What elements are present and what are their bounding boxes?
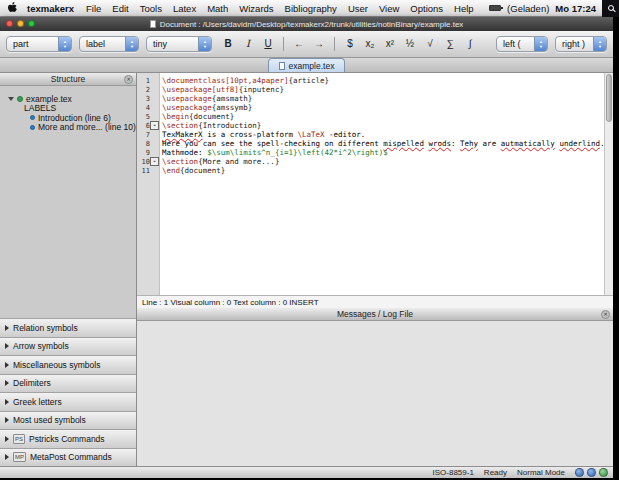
scrollbar-thumb[interactable] (606, 74, 612, 122)
triangle-icon (5, 343, 9, 349)
menu-file[interactable]: File (86, 3, 101, 14)
log-close-icon[interactable] (601, 310, 610, 319)
code-line[interactable]: 7TexMakerX is a cross-platform \LaTeX -e… (137, 130, 613, 139)
editor-scrollbar[interactable] (604, 73, 613, 295)
close-window-button[interactable] (6, 20, 13, 27)
line-number: 10 (137, 158, 150, 166)
fold-marker-icon[interactable] (150, 121, 159, 130)
messages-status-icon[interactable] (587, 468, 596, 477)
label-select[interactable]: label (79, 36, 139, 52)
code-line[interactable]: 4\usepackage{amssymb} (137, 103, 613, 112)
toolbar-delimiter-selects: left (right ) (496, 36, 607, 52)
inline-math-icon[interactable]: $ (341, 35, 359, 53)
structure-close-icon[interactable] (124, 75, 133, 84)
code-line[interactable]: 6\section{Introduction} (137, 121, 613, 130)
code-line[interactable]: 5\begin{document} (137, 112, 613, 121)
code-segment: TexMakerX (162, 130, 203, 139)
menu-user[interactable]: User (348, 3, 368, 14)
section-arrow-symbols[interactable]: Arrow symbols (0, 337, 136, 356)
code-line[interactable]: 1\documentclass[10pt,a4paper]{article} (137, 76, 613, 85)
log-panel-title: Messages / Log File (337, 309, 413, 319)
code-segment: \section (162, 121, 198, 130)
right-delimiter-select[interactable]: right ) (555, 36, 607, 52)
font-size-select[interactable]: tiny (146, 36, 212, 52)
menu-latex[interactable]: Latex (173, 3, 196, 14)
code-line[interactable]: 11\end{document} (137, 166, 613, 175)
superscript-icon[interactable]: x² (381, 35, 399, 53)
section-badge-icon: MP (13, 452, 26, 462)
section-relation-symbols[interactable]: Relation symbols (0, 318, 136, 337)
left-arrow-icon[interactable]: ← (290, 35, 308, 53)
app-menu[interactable]: texmakerx (27, 3, 74, 14)
code-segment: {Introduction} (198, 121, 261, 130)
line-number: 5 (137, 113, 150, 121)
section-miscellaneous-symbols[interactable]: Miscellaneous symbols (0, 355, 136, 374)
code-segment: [10pt,a4paper] (225, 76, 288, 85)
code-line[interactable]: 9Mathmode: $\sum\limits^n_{i=1}\left(42*… (137, 148, 613, 157)
structure-item-example-tex[interactable]: example.tex (6, 94, 136, 104)
code-segment: Here you can see the spell-checking on d… (162, 139, 383, 148)
menu-edit[interactable]: Edit (112, 3, 128, 14)
fold-marker-icon[interactable] (150, 157, 159, 166)
line-number: 4 (137, 104, 150, 112)
integral-icon[interactable]: ∫ (461, 35, 479, 53)
left-delimiter-select[interactable]: left ( (496, 36, 548, 52)
menu-tools[interactable]: Tools (140, 3, 162, 14)
sum-icon[interactable]: ∑ (441, 35, 459, 53)
structure-item-labels[interactable]: LABELS (6, 104, 136, 114)
disclosure-triangle-icon[interactable] (8, 97, 14, 101)
code-segment: $\sum\limits^n_{i=1}\left(42*i^2\right)$ (207, 148, 388, 157)
italic-icon[interactable]: I (239, 35, 257, 53)
spotlight-icon[interactable] (602, 0, 619, 17)
select-arrows-icon (593, 37, 606, 51)
label-select-value: label (80, 37, 125, 51)
screen: texmakerx FileEditToolsLatexMathWizardsB… (0, 0, 619, 480)
ok-status-icon[interactable] (599, 468, 608, 477)
info-status-icon[interactable] (575, 468, 584, 477)
menu-math[interactable]: Math (207, 3, 228, 14)
section-greek-letters[interactable]: Greek letters (0, 392, 136, 411)
code-segment: -editor. (325, 130, 366, 139)
code-line[interactable]: 10\section{More and more...} (137, 157, 613, 166)
battery-icon[interactable] (489, 5, 501, 11)
menubar-clock[interactable]: Mo 17:24 (555, 3, 596, 14)
underline-icon[interactable]: U (259, 35, 277, 53)
section-most-used-symbols[interactable]: Most used symbols (0, 411, 136, 430)
section-pstricks-commands[interactable]: PSPstricks Commands (0, 429, 136, 448)
editor-status-line: Line : 1 Visual column : 0 Text column :… (137, 295, 613, 308)
code-line[interactable]: 3\usepackage{amsmath} (137, 94, 613, 103)
code-text: Mathmode: $\sum\limits^n_{i=1}\left(42*i… (162, 148, 388, 157)
bold-icon[interactable]: B (219, 35, 237, 53)
section-badge-icon: PS (13, 434, 25, 444)
structure-level-select-value: part (7, 37, 58, 51)
right-arrow-icon[interactable]: → (310, 35, 328, 53)
line-number: 9 (137, 149, 150, 157)
structure-item-introduction-line-6[interactable]: Introduction (line 6) (6, 113, 136, 123)
line-number: 1 (137, 77, 150, 85)
menu-options[interactable]: Options (410, 3, 443, 14)
structure-item-more-and-more-line-10[interactable]: More and more... (line 10) (6, 123, 136, 133)
tab-example-tex[interactable]: example.tex (268, 58, 346, 72)
sqrt-icon[interactable]: √ (421, 35, 439, 53)
minimize-window-button[interactable] (17, 20, 24, 27)
section-metapost-commands[interactable]: MPMetaPost Commands (0, 448, 136, 467)
code-line[interactable]: 2\usepackage[utf8]{inputenc} (137, 85, 613, 94)
line-number: 7 (137, 131, 150, 139)
titlebar[interactable]: Document : /Users/davidm/Desktop/texmake… (0, 17, 613, 31)
apple-menu-icon[interactable] (8, 2, 18, 14)
status-bar: ISO-8859-1 Ready Normal Mode (0, 466, 613, 478)
structure-level-select[interactable]: part (6, 36, 72, 52)
code-segment: Tehy (460, 139, 478, 148)
menu-bibliography[interactable]: Bibliography (285, 3, 337, 14)
menu-view[interactable]: View (379, 3, 399, 14)
menu-help[interactable]: Help (454, 3, 474, 14)
structure-item-label: Introduction (line 6) (38, 113, 111, 123)
section-delimiters[interactable]: Delimiters (0, 374, 136, 393)
subscript-icon[interactable]: x₂ (361, 35, 379, 53)
menu-wizards[interactable]: Wizards (239, 3, 273, 14)
zoom-window-button[interactable] (28, 20, 35, 27)
editor[interactable]: 1\documentclass[10pt,a4paper]{article}2\… (137, 73, 613, 295)
code-line[interactable]: 8Here you can see the spell-checking on … (137, 139, 613, 148)
code-segment: {amsmath} (212, 94, 253, 103)
fraction-icon[interactable]: ½ (401, 35, 419, 53)
